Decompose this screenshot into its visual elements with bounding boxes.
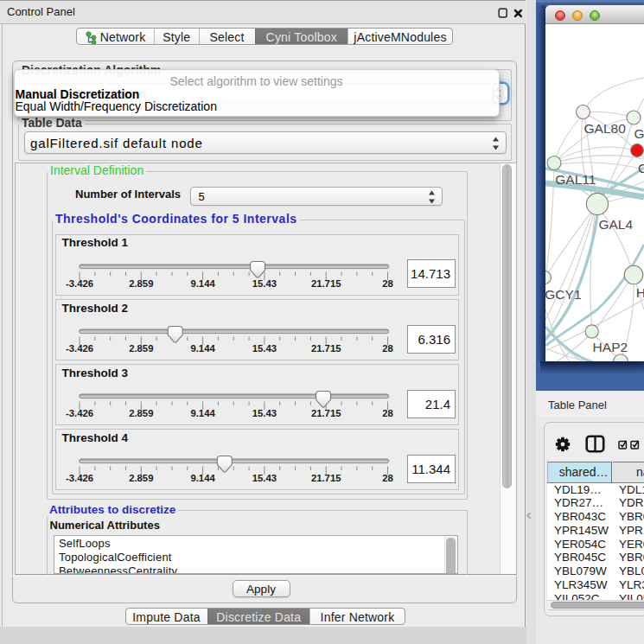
svg-text:-3.426: -3.426 <box>65 343 92 354</box>
svg-text:2.859: 2.859 <box>129 343 153 354</box>
svg-text:2.859: 2.859 <box>129 473 153 483</box>
svg-text:15.43: 15.43 <box>252 408 276 418</box>
svg-text:-3.426: -3.426 <box>65 278 92 289</box>
svg-text:GAL7: GAL7 <box>634 126 644 141</box>
svg-text:2.859: 2.859 <box>129 278 153 289</box>
svg-text:GAL80: GAL80 <box>584 121 627 136</box>
svg-text:GCY1: GCY1 <box>545 287 582 302</box>
svg-text:15.43: 15.43 <box>252 343 276 354</box>
svg-text:9.144: 9.144 <box>190 408 215 418</box>
svg-text:21.715: 21.715 <box>310 408 341 418</box>
svg-text:28: 28 <box>382 473 393 483</box>
svg-text:28: 28 <box>382 278 393 289</box>
svg-text:21.715: 21.715 <box>310 278 341 289</box>
svg-text:28: 28 <box>382 343 393 354</box>
svg-text:-3.426: -3.426 <box>65 408 92 418</box>
svg-text:21.715: 21.715 <box>310 473 341 483</box>
svg-text:9.144: 9.144 <box>190 343 215 354</box>
svg-text:-3.426: -3.426 <box>65 473 92 483</box>
svg-text:9.144: 9.144 <box>190 278 215 289</box>
svg-text:GAL4: GAL4 <box>598 217 633 232</box>
svg-text:15.43: 15.43 <box>252 278 276 289</box>
svg-text:21.715: 21.715 <box>310 343 341 354</box>
svg-text:28: 28 <box>382 408 393 418</box>
svg-text:HAP2: HAP2 <box>593 340 628 354</box>
svg-text:9.144: 9.144 <box>190 473 215 483</box>
svg-text:2.859: 2.859 <box>129 408 153 418</box>
svg-text:CD: CD <box>638 161 644 175</box>
svg-text:15.43: 15.43 <box>252 473 276 483</box>
svg-text:GAL11: GAL11 <box>555 172 596 187</box>
svg-text:HIS: HIS <box>636 285 644 300</box>
